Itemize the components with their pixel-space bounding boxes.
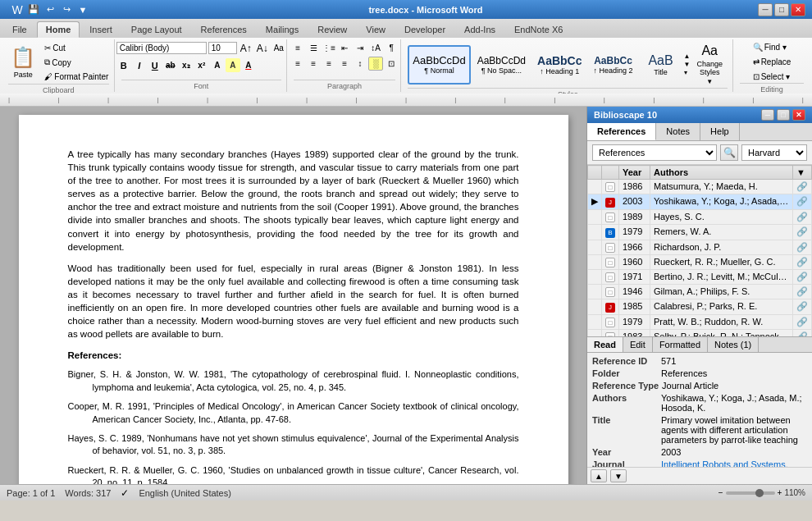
detail-tab-edit[interactable]: Edit: [623, 337, 653, 352]
multilevel-list-btn[interactable]: ⋮≡: [322, 41, 336, 55]
align-right-btn[interactable]: ≡: [322, 57, 336, 71]
col-year[interactable]: Year: [619, 166, 650, 180]
table-row[interactable]: □ 1966 Richardson, J. P. 🔗: [588, 240, 812, 255]
table-row[interactable]: J 1985 Calabresi, P.; Parks, R. E. 🔗: [588, 299, 812, 315]
bold-btn[interactable]: B: [116, 58, 131, 72]
sort-btn[interactable]: ↕A: [368, 41, 383, 55]
border-btn[interactable]: ⊡: [384, 57, 399, 71]
biblio-tab-references[interactable]: References: [587, 123, 656, 140]
maximize-btn[interactable]: □: [774, 3, 789, 16]
cut-button[interactable]: ✂ Cut: [41, 42, 112, 54]
save-qat-btn[interactable]: 💾: [26, 2, 41, 17]
tab-addins[interactable]: Add-Ins: [455, 21, 504, 38]
table-row[interactable]: □ 1979 Pratt, W. B.; Ruddon, R. W. 🔗: [588, 315, 812, 330]
font-color-btn[interactable]: A: [241, 58, 256, 72]
row-link[interactable]: 🔗: [793, 255, 812, 270]
tab-mailings[interactable]: Mailings: [257, 21, 308, 38]
style-more[interactable]: ▾: [684, 70, 691, 76]
font-size-selector[interactable]: [208, 42, 237, 54]
bullet-list-btn[interactable]: ≡: [290, 41, 305, 55]
zoom-in-btn[interactable]: +: [778, 488, 782, 497]
redo-qat-btn[interactable]: ↪: [59, 2, 74, 17]
style-heading1[interactable]: AaBbCc ↑ Heading 1: [532, 45, 586, 85]
subscript-btn[interactable]: x₂: [179, 58, 194, 72]
row-link[interactable]: 🔗: [793, 270, 812, 285]
find-button[interactable]: 🔍 Find ▾: [750, 41, 790, 53]
main-document[interactable]: A tree typically has many secondary bran…: [0, 107, 586, 484]
decrease-font-btn[interactable]: A↓: [255, 41, 270, 55]
italic-btn[interactable]: I: [132, 58, 147, 72]
biblio-resize-btn[interactable]: □: [777, 109, 790, 121]
decrease-indent-btn[interactable]: ⇤: [337, 41, 352, 55]
style-no-spacing[interactable]: AaBbCcDd ¶ No Spac...: [472, 45, 531, 85]
line-spacing-btn[interactable]: ↕: [353, 57, 367, 71]
tab-page-layout[interactable]: Page Layout: [122, 21, 191, 38]
style-scroll-down[interactable]: ▼: [684, 62, 691, 68]
clear-format-btn[interactable]: Aa: [271, 41, 286, 55]
biblio-style-dropdown[interactable]: Harvard: [741, 144, 807, 161]
font-name-selector[interactable]: [116, 42, 207, 54]
align-left-btn[interactable]: ≡: [290, 57, 305, 71]
row-link[interactable]: 🔗: [793, 210, 812, 225]
show-formatting-btn[interactable]: ¶: [384, 41, 399, 55]
select-button[interactable]: ⊡ Select ▾: [750, 71, 794, 83]
strikethrough-btn[interactable]: ab: [163, 58, 178, 72]
status-spell-check-icon[interactable]: ✓: [121, 487, 129, 499]
biblio-tab-help[interactable]: Help: [700, 123, 740, 140]
style-heading2[interactable]: AaBbCc ↑ Heading 2: [588, 45, 637, 85]
format-painter-button[interactable]: 🖌 Format Painter: [41, 71, 112, 83]
underline-btn[interactable]: U: [148, 58, 162, 72]
increase-indent-btn[interactable]: ⇥: [353, 41, 367, 55]
biblio-search-btn[interactable]: 🔍: [720, 144, 738, 161]
row-link[interactable]: 🔗: [793, 240, 812, 255]
align-center-btn[interactable]: ≡: [306, 57, 321, 71]
zoom-slider-track[interactable]: [726, 491, 775, 495]
qat-dropdown-btn[interactable]: ▼: [75, 2, 90, 17]
col-filter[interactable]: ▼: [793, 166, 812, 180]
table-row[interactable]: □ 1986 Matsumura, Y.; Maeda, H. 🔗: [588, 180, 812, 194]
shading-btn[interactable]: ░: [368, 57, 383, 71]
biblio-minimize-btn[interactable]: ─: [761, 109, 774, 121]
zoom-slider-thumb[interactable]: [755, 489, 764, 497]
table-row[interactable]: ▶ J 2003 Yoshikawa, Y.; Koga, J.; Asada,…: [588, 194, 812, 210]
biblio-tab-notes[interactable]: Notes: [656, 123, 700, 140]
row-link[interactable]: 🔗: [793, 299, 812, 315]
text-highlight-btn[interactable]: A: [226, 58, 240, 72]
detail-tab-formatted[interactable]: Formatted: [653, 337, 708, 352]
reference-table[interactable]: Year Authors ▼ □ 1986 Matsumura, Y.; Mae…: [587, 165, 812, 337]
table-row[interactable]: □ 1946 Gilman, A.; Philips, F. S. 🔗: [588, 285, 812, 299]
tab-developer[interactable]: Developer: [395, 21, 454, 38]
tab-view[interactable]: View: [357, 21, 395, 38]
tab-insert[interactable]: Insert: [80, 21, 121, 38]
biblio-scroll-down-btn[interactable]: ▼: [610, 469, 627, 482]
detail-tab-read[interactable]: Read: [587, 337, 623, 352]
row-link[interactable]: 🔗: [793, 285, 812, 299]
text-effects-btn[interactable]: A: [210, 58, 225, 72]
table-row[interactable]: B 1979 Remers, W. A. 🔗: [588, 225, 812, 240]
close-btn[interactable]: ✕: [791, 3, 805, 16]
row-link[interactable]: 🔗: [793, 315, 812, 330]
tab-file[interactable]: File: [3, 21, 36, 38]
superscript-btn[interactable]: x²: [194, 58, 209, 72]
row-link[interactable]: 🔗: [793, 330, 812, 338]
numbered-list-btn[interactable]: ☰: [306, 41, 321, 55]
biblio-filter-dropdown[interactable]: References: [592, 144, 717, 161]
style-normal[interactable]: AaBbCcDd ¶ Normal: [408, 45, 470, 85]
row-link[interactable]: 🔗: [793, 225, 812, 240]
justify-btn[interactable]: ≡: [337, 57, 352, 71]
paste-button[interactable]: 📋 Paste: [5, 41, 41, 84]
tab-home[interactable]: Home: [37, 21, 80, 38]
detail-tab-notes[interactable]: Notes (1): [708, 337, 759, 352]
increase-font-btn[interactable]: A↑: [239, 41, 253, 55]
undo-qat-btn[interactable]: ↩: [43, 2, 57, 17]
minimize-btn[interactable]: ─: [758, 3, 773, 16]
zoom-out-btn[interactable]: −: [718, 488, 723, 497]
copy-button[interactable]: ⧉ Copy: [41, 56, 112, 69]
row-link[interactable]: 🔗: [793, 180, 812, 194]
tab-endnote[interactable]: EndNote X6: [505, 21, 572, 38]
tab-references[interactable]: References: [192, 21, 256, 38]
table-row[interactable]: □ 1989 Hayes, S. C. 🔗: [588, 210, 812, 225]
style-scroll-up[interactable]: ▲: [684, 53, 691, 60]
tab-review[interactable]: Review: [308, 21, 356, 38]
col-authors[interactable]: Authors: [650, 166, 793, 180]
